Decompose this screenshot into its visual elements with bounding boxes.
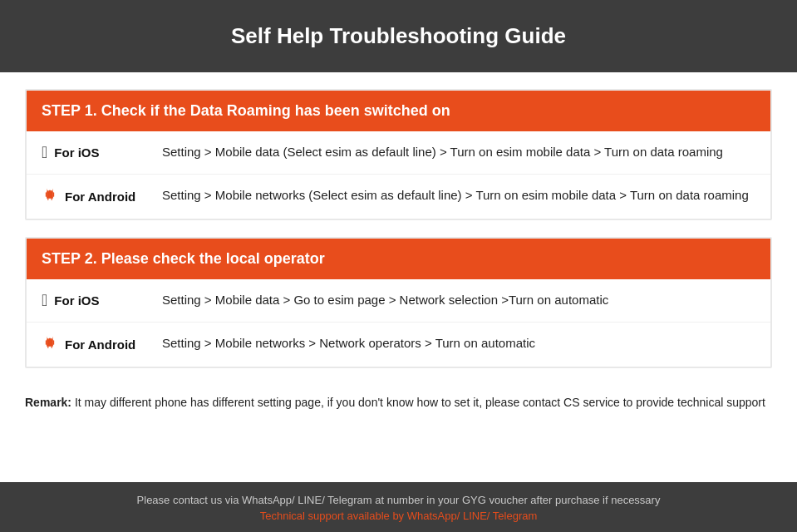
page-header: Self Help Troubleshooting Guide xyxy=(0,0,797,72)
step2-ios-row:  For iOS Setting > Mobile data > Go to … xyxy=(27,279,770,323)
step2-ios-label:  For iOS xyxy=(42,291,162,310)
main-content: STEP 1. Check if the Data Roaming has be… xyxy=(0,72,797,482)
step2-android-label-text: For Android xyxy=(65,337,135,352)
step1-android-text: Setting > Mobile networks (Select esim a… xyxy=(162,186,755,205)
remark-text: It may different phone has different set… xyxy=(71,396,765,409)
step1-android-label-text: For Android xyxy=(65,190,135,204)
step2-header: STEP 2. Please check the local operator xyxy=(27,239,770,279)
step1-card: STEP 1. Check if the Data Roaming has be… xyxy=(25,89,772,220)
remark-bold: Remark: xyxy=(25,396,71,409)
step2-card: STEP 2. Please check the local operator … xyxy=(25,237,772,368)
step1-android-row: For Android Setting > Mobile networks (S… xyxy=(27,175,770,219)
step1-body:  For iOS Setting > Mobile data (Select … xyxy=(27,131,770,219)
step2-android-row: For Android Setting > Mobile networks > … xyxy=(27,323,770,367)
step1-ios-text: Setting > Mobile data (Select esim as de… xyxy=(162,143,755,162)
step1-ios-row:  For iOS Setting > Mobile data (Select … xyxy=(27,131,770,175)
step2-heading: STEP 2. Please check the local operator xyxy=(42,250,325,267)
step1-ios-label:  For iOS xyxy=(42,143,162,162)
step2-android-label: For Android xyxy=(42,334,162,355)
step2-android-text: Setting > Mobile networks > Network oper… xyxy=(162,334,755,353)
apple-icon:  xyxy=(42,143,47,162)
android-icon xyxy=(42,186,58,207)
page-title: Self Help Troubleshooting Guide xyxy=(17,23,780,49)
footer-contact-text: Please contact us via WhatsApp/ LINE/ Te… xyxy=(17,494,780,506)
footer-support-text: Technical support available by WhatsApp/… xyxy=(17,510,780,522)
step1-android-label: For Android xyxy=(42,186,162,207)
page-footer: Please contact us via WhatsApp/ LINE/ Te… xyxy=(0,482,797,532)
step2-body:  For iOS Setting > Mobile data > Go to … xyxy=(27,279,770,367)
android-icon-2 xyxy=(42,334,58,355)
step2-ios-text: Setting > Mobile data > Go to esim page … xyxy=(162,291,755,310)
remark-section: Remark: It may different phone has diffe… xyxy=(25,385,772,418)
step1-header: STEP 1. Check if the Data Roaming has be… xyxy=(27,91,770,131)
apple-icon-2:  xyxy=(42,291,47,310)
step2-ios-label-text: For iOS xyxy=(54,293,99,308)
step1-heading: STEP 1. Check if the Data Roaming has be… xyxy=(42,102,450,119)
step1-ios-label-text: For iOS xyxy=(54,145,99,160)
